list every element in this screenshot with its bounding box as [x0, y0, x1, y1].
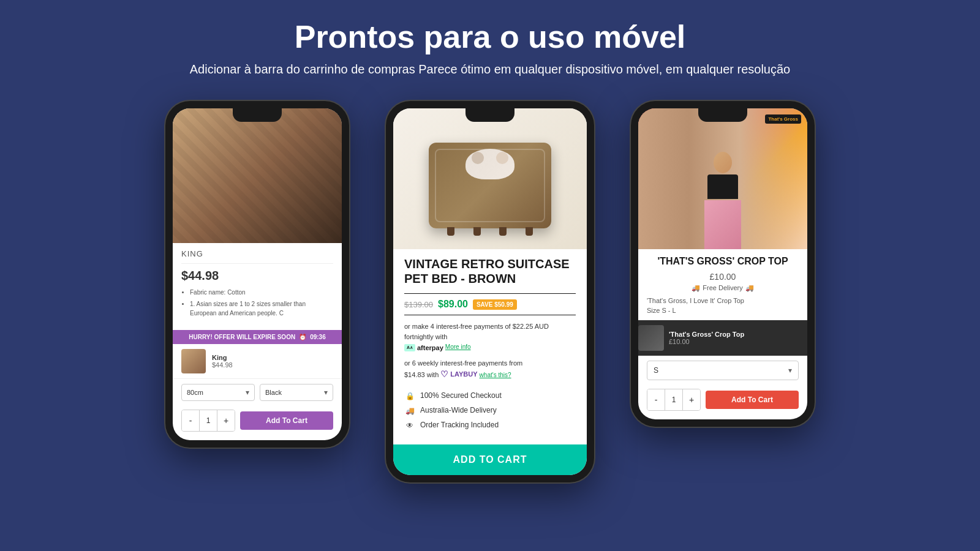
phone-3-size-chevron — [788, 366, 792, 375]
suitcase-legs — [447, 227, 533, 236]
phone-1-cart-thumb — [181, 349, 206, 373]
whats-this-link[interactable]: what's this? — [480, 372, 511, 378]
phone-3-add-to-cart[interactable]: Add To Cart — [706, 391, 799, 409]
phone-1-qty-add: - 1 + Add To Cart — [173, 406, 342, 440]
laybuy-price: $14.83 with — [404, 371, 439, 378]
phone-3-notch — [698, 108, 747, 122]
phone-3-size-select[interactable]: S — [647, 361, 799, 380]
laybuy-logo: ♡ LAYBUY — [440, 368, 477, 381]
phone-2-price-original: $139.00 — [404, 300, 433, 309]
model-pants — [704, 200, 741, 249]
suitcase-leg-1 — [447, 227, 454, 236]
truck-icon — [404, 405, 415, 415]
laybuy-label: LAYBUY — [450, 369, 477, 380]
phone-2-laybuy: or 6 weekly interest-free payments from … — [404, 358, 576, 381]
phone-2-product-image — [393, 108, 587, 249]
phone-1-size-chevron — [246, 388, 249, 397]
phone-1-selectors: 80cm Black — [173, 379, 342, 406]
lock-icon — [404, 391, 415, 400]
laybuy-heart: ♡ — [440, 368, 448, 381]
feature-1-text: 100% Secured Checkout — [420, 391, 502, 400]
phone-3-thumb-price: £10.00 — [669, 338, 807, 345]
phone-1-bullet-2: 1. Asian sizes are 1 to 2 sizes smaller … — [190, 299, 333, 318]
hurry-timer: 09:36 — [310, 334, 326, 340]
phone-3-description: 'That's Gross, I Love It' Crop Top — [647, 297, 799, 304]
phone-1-cart-info: King $44.98 — [212, 354, 333, 369]
phone-2-save-badge: SAVE $50.99 — [473, 299, 517, 310]
phone-1-cart-name: King — [212, 354, 333, 361]
phone-1-size-select[interactable]: 80cm — [181, 384, 255, 401]
phone-3-thumb-image — [638, 325, 664, 351]
phone-2-feature-2: Australia-Wide Delivery — [404, 403, 576, 418]
phone-2: VINTAGE RETRO SUITCASE PET BED - BROWN $… — [386, 101, 594, 482]
afterpay-text: or make 4 interest-free payments of $22.… — [404, 323, 549, 340]
phone-1-add-to-cart[interactable]: Add To Cart — [240, 411, 333, 430]
phone-2-features: 100% Secured Checkout Australia-Wide Del… — [404, 388, 576, 432]
phone-2-afterpay: or make 4 interest-free payments of $22.… — [404, 321, 576, 353]
phone-1-color-select[interactable]: Black — [260, 384, 333, 401]
phone-3-qty-add: - 1 + Add To Cart — [638, 385, 807, 419]
phone-1-screen: KING $44.98 Fabric name: Cotton 1. Asian… — [173, 108, 342, 440]
suitcase — [429, 143, 551, 228]
phone-1-product-image — [173, 108, 342, 243]
suitcase-container — [429, 143, 551, 228]
phone-1-notch — [233, 108, 282, 122]
hurry-text: HURRY! OFFER WILL EXPIRE SOON — [189, 334, 295, 340]
afterpay-logo: A∧ afterpay — [404, 343, 443, 353]
phone-2-add-to-cart[interactable]: ADD TO CART — [393, 444, 587, 475]
camo-overlay — [173, 108, 342, 243]
phone-2-wrapper: VINTAGE RETRO SUITCASE PET BED - BROWN $… — [386, 101, 594, 482]
phone-3-size-value: S — [654, 366, 658, 375]
cat-head-left — [472, 152, 484, 164]
truck-delivery-icon: 🚚 — [692, 284, 700, 292]
phone-3-size-label: Size S - L — [647, 307, 799, 314]
phone-2-feature-1: 100% Secured Checkout — [404, 388, 576, 403]
cat-head-right — [496, 152, 508, 164]
delivery-text: Free Delivery — [703, 284, 742, 291]
truck-delivery-icon-2: 🚚 — [745, 284, 754, 292]
brand-logo: That's Gross — [765, 114, 801, 124]
more-info-link[interactable]: More info — [445, 343, 471, 350]
phone-3-minus-btn[interactable]: - — [647, 389, 665, 410]
phone-1-bullet-1: Fabric name: Cotton — [190, 288, 333, 297]
clock-icon: ⏰ — [299, 334, 306, 340]
laybuy-text1: or 6 weekly interest-free payments from — [404, 359, 522, 367]
page-subtitle: Adicionar à barra do carrinho de compras… — [190, 62, 791, 77]
phone-3-product-image: That's Gross — [638, 108, 807, 249]
phone-2-product-title: VINTAGE RETRO SUITCASE PET BED - BROWN — [404, 257, 576, 286]
phone-3: That's Gross 'THAT'S GROSS' CROP TOP £10… — [631, 101, 815, 427]
fashion-model — [704, 152, 741, 249]
phone-1-cart-item: King $44.98 — [173, 344, 342, 379]
phone-2-product-body: VINTAGE RETRO SUITCASE PET BED - BROWN $… — [393, 249, 587, 444]
phone-1-product-name: KING — [181, 249, 333, 264]
phone-1-hurry-banner: HURRY! OFFER WILL EXPIRE SOON ⏰ 09:36 — [173, 330, 342, 344]
model-head — [714, 152, 732, 173]
phone-1-qty-value: 1 — [199, 410, 217, 431]
phone-3-thumb-row: 'That's Gross' Crop Top £10.00 — [638, 320, 807, 356]
afterpay-logo-mark: A∧ — [404, 344, 415, 351]
suitcase-leg-2 — [473, 227, 481, 236]
cat-sim — [466, 149, 514, 179]
phone-1-plus-btn[interactable]: + — [217, 410, 235, 431]
phone-1-color-chevron — [324, 388, 328, 397]
phone-3-qty-control: - 1 + — [647, 389, 701, 411]
phone-3-size-row: S — [638, 356, 807, 385]
phone-3-thumb-name: 'That's Gross' Crop Top — [669, 331, 807, 338]
phone-1-product-body: KING $44.98 Fabric name: Cotton 1. Asian… — [173, 243, 342, 330]
phone-1-qty-control: - 1 + — [181, 410, 235, 432]
phone-2-notch — [466, 108, 514, 122]
phone-1-color-value: Black — [265, 389, 282, 396]
phone-2-price-row: $139.00 $89.00 SAVE $50.99 — [404, 293, 576, 315]
phone-1: KING $44.98 Fabric name: Cotton 1. Asian… — [165, 101, 349, 448]
page-title: Prontos para o uso móvel — [295, 18, 686, 55]
model-top — [707, 174, 738, 199]
phone-2-screen: VINTAGE RETRO SUITCASE PET BED - BROWN $… — [393, 108, 587, 475]
phone-1-cart-price: $44.98 — [212, 361, 333, 369]
phone-3-price: £10.00 — [647, 272, 799, 282]
phone-1-minus-btn[interactable]: - — [182, 410, 199, 431]
phone-3-qty-value: 1 — [665, 389, 683, 410]
phone-3-plus-btn[interactable]: + — [683, 389, 700, 410]
phones-container: KING $44.98 Fabric name: Cotton 1. Asian… — [12, 101, 968, 482]
phone-1-size-value: 80cm — [187, 389, 203, 396]
phone-1-product-bullets: Fabric name: Cotton 1. Asian sizes are 1… — [181, 288, 333, 318]
